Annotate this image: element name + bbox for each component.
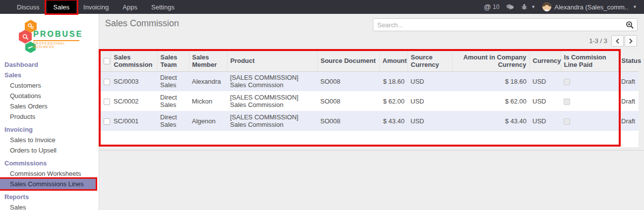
row-select-checkbox[interactable] <box>104 99 110 105</box>
sidebar-item-commission-worksheets[interactable]: Commission Worksheets <box>0 168 99 179</box>
column-header-member[interactable]: Sales Member <box>189 51 227 71</box>
cell-amount: $ 43.40 <box>379 111 408 131</box>
cell-amount: $ 18.60 <box>379 71 408 91</box>
column-header-team[interactable]: Sales Team <box>157 51 189 71</box>
cell-team: Direct Sales <box>157 91 189 111</box>
cell-source_currency: USD <box>408 71 452 91</box>
pager-previous-button[interactable] <box>611 35 624 47</box>
nav-item-invoicing[interactable]: Invoicing <box>76 0 116 14</box>
column-header-amount[interactable]: Amount <box>379 51 408 71</box>
search-input[interactable] <box>373 21 622 29</box>
column-header-source_doc[interactable]: Source Document <box>317 51 379 71</box>
search-zoom-icon <box>626 21 634 29</box>
sidebar-item-orders-to-upsell[interactable]: Orders to Upsell <box>0 145 99 156</box>
user-menu-button[interactable]: Alexandra (Sales_comm.. ▼ <box>542 2 637 11</box>
cell-source_currency: USD <box>408 91 452 111</box>
sidebar-item-sales-orders[interactable]: Sales Orders <box>0 101 99 111</box>
cell-source_doc: SO008 <box>317 71 379 91</box>
cell-member: Mickon <box>189 91 227 111</box>
sidebar-item-label: Sales Commissions Lines <box>10 180 84 188</box>
cell-id: SC/0002 <box>111 91 157 111</box>
nav-item-discuss[interactable]: Discuss <box>10 0 47 14</box>
chevron-left-icon <box>615 38 620 44</box>
cell-select <box>101 91 111 111</box>
paid-checkbox <box>564 79 570 85</box>
mentions-button[interactable]: @ 10 <box>484 3 499 11</box>
cell-member: Algenon <box>189 111 227 131</box>
table-row[interactable]: SC/0002Direct SalesMickon[SALES COMMISSI… <box>101 91 639 111</box>
sidebar: PROBUSE PROFESSIONAL BUSINESS Dashboard … <box>0 14 99 210</box>
pager-next-button[interactable] <box>625 35 637 47</box>
cell-amount_company: $ 18.60 <box>452 71 529 91</box>
sidebar-item-dashboard[interactable]: Dashboard <box>0 59 99 70</box>
nav-menu: Discuss Sales Invoicing Apps Settings <box>0 0 181 14</box>
chevron-right-icon <box>629 38 633 44</box>
debug-menu-button[interactable]: ▼ <box>521 3 535 10</box>
search-button[interactable] <box>622 19 637 31</box>
cell-status: Draft <box>618 91 639 111</box>
content-bottom-divider <box>99 150 644 151</box>
cell-paid <box>561 111 618 131</box>
column-header-paid[interactable]: Is Commision Line Paid <box>561 51 618 71</box>
cell-product: [SALES COMMISSION] Sales Commission <box>227 91 317 111</box>
sidebar-menu: Dashboard Sales Customers Quotations Sal… <box>0 59 99 210</box>
sidebar-item-sales-commissions-lines[interactable]: Sales Commissions Lines <box>0 179 96 189</box>
nav-item-sales[interactable]: Sales <box>47 0 77 14</box>
cell-currency: USD <box>529 91 561 111</box>
cell-paid <box>561 91 618 111</box>
chat-bubble-icon <box>506 4 514 10</box>
nav-item-apps[interactable]: Apps <box>116 0 144 14</box>
nav-item-settings[interactable]: Settings <box>144 0 181 14</box>
cell-paid <box>561 71 618 91</box>
sidebar-item-reports-sales[interactable]: Sales <box>0 202 99 210</box>
cell-id: SC/0001 <box>111 111 157 131</box>
column-header-amount_company[interactable]: Amount in Company Currency <box>452 51 529 71</box>
sidebar-item-reports[interactable]: Reports <box>0 192 99 202</box>
sidebar-item-quotations[interactable]: Quotations <box>0 91 99 101</box>
cell-id: SC/0003 <box>111 71 157 91</box>
table-header-row: Sales CommissionSales TeamSales MemberPr… <box>101 51 639 71</box>
cell-status: Draft <box>618 71 639 91</box>
sidebar-item-customers[interactable]: Customers <box>0 80 99 91</box>
column-header-id[interactable]: Sales Commission <box>111 51 157 71</box>
sidebar-item-products[interactable]: Products <box>0 111 99 122</box>
messages-button[interactable] <box>506 4 514 10</box>
cell-source_doc: SO008 <box>317 91 379 111</box>
cell-currency: USD <box>529 71 561 91</box>
column-header-source_currency[interactable]: Source Currency <box>408 51 452 71</box>
cell-amount_company: $ 43.40 <box>452 111 529 131</box>
caret-down-icon: ▼ <box>531 4 535 9</box>
cell-amount: $ 62.00 <box>379 91 408 111</box>
paid-checkbox <box>564 99 570 105</box>
commission-table: Sales CommissionSales TeamSales MemberPr… <box>101 51 639 131</box>
cell-team: Direct Sales <box>157 111 189 131</box>
row-select-checkbox[interactable] <box>104 118 110 125</box>
main-content: Sales Commission 1-3 / 3 <box>99 14 644 210</box>
sidebar-item-sales-to-invoice[interactable]: Sales to Invoice <box>0 135 99 145</box>
select-all-header <box>101 51 111 71</box>
nav-item-sales-label: Sales <box>54 3 70 11</box>
table-row[interactable]: SC/0003Direct SalesAlexandra[SALES COMMI… <box>101 71 639 91</box>
cell-product: [SALES COMMISSION] Sales Commission <box>227 71 317 91</box>
column-header-status[interactable]: Status <box>618 51 639 71</box>
column-header-currency[interactable]: Currency <box>529 51 561 71</box>
sidebar-item-commissions[interactable]: Commissions <box>0 158 99 168</box>
app-screen: Discuss Sales Invoicing Apps Settings @ … <box>0 0 644 210</box>
caret-down-icon: ▼ <box>633 4 637 9</box>
cell-source_doc: SO008 <box>317 111 379 131</box>
cell-status: Draft <box>618 111 639 131</box>
probuse-logo: PROBUSE PROFESSIONAL BUSINESS <box>0 18 99 59</box>
nav-right: @ 10 ▼ <box>484 0 644 14</box>
cell-product: [SALES COMMISSION] Sales Commission <box>227 111 317 131</box>
pager: 1-3 / 3 <box>589 35 637 47</box>
logo-title: PROBUSE <box>33 30 83 39</box>
select-all-checkbox[interactable] <box>104 58 110 64</box>
cell-select <box>101 111 111 131</box>
table-row[interactable]: SC/0001Direct SalesAlgenon[SALES COMMISS… <box>101 111 639 131</box>
paid-checkbox <box>564 118 570 125</box>
column-header-product[interactable]: Product <box>227 51 317 71</box>
sidebar-item-sales[interactable]: Sales <box>0 70 99 80</box>
row-select-checkbox[interactable] <box>104 79 110 85</box>
cell-team: Direct Sales <box>157 71 189 91</box>
sidebar-item-invoicing[interactable]: Invoicing <box>0 124 99 135</box>
